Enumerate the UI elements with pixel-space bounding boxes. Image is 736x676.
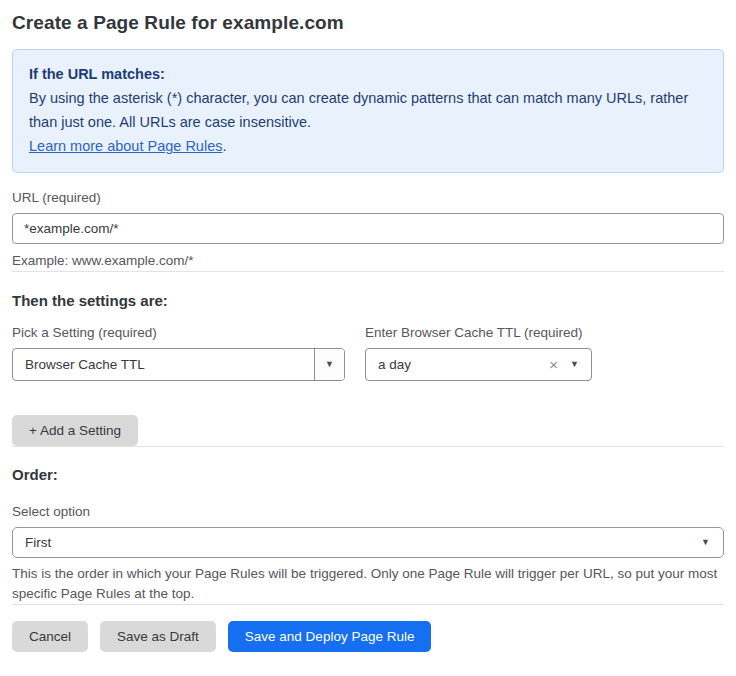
divider [12, 271, 724, 272]
cancel-button[interactable]: Cancel [12, 621, 88, 652]
order-select[interactable]: First ▼ [12, 527, 724, 558]
caret-down-icon: ▼ [325, 360, 334, 369]
pick-setting-select[interactable]: Browser Cache TTL ▼ [12, 348, 345, 381]
save-draft-button[interactable]: Save as Draft [100, 621, 216, 652]
divider [12, 604, 724, 605]
pick-setting-value: Browser Cache TTL [13, 357, 314, 372]
order-select-icons: ▼ [701, 538, 723, 547]
footer-buttons: Cancel Save as Draft Save and Deploy Pag… [12, 621, 724, 652]
page-title: Create a Page Rule for example.com [12, 12, 724, 34]
ttl-combobox[interactable]: a day × ▼ [365, 348, 592, 381]
select-arrow-segment[interactable]: ▼ [314, 349, 344, 380]
info-box-link-line: Learn more about Page Rules. [29, 134, 707, 158]
order-select-value: First [13, 535, 701, 550]
info-box-body: By using the asterisk (*) character, you… [29, 86, 707, 134]
url-example-helper: Example: www.example.com/* [12, 251, 724, 271]
ttl-value: a day [366, 357, 549, 372]
order-heading: Order: [12, 466, 724, 483]
settings-row: Pick a Setting (required) Browser Cache … [12, 325, 724, 381]
learn-more-link[interactable]: Learn more about Page Rules [29, 138, 222, 154]
pick-setting-field: Pick a Setting (required) Browser Cache … [12, 325, 345, 381]
add-setting-button[interactable]: + Add a Setting [12, 415, 138, 446]
link-suffix: . [222, 138, 226, 154]
save-deploy-button[interactable]: Save and Deploy Page Rule [228, 621, 432, 652]
clear-icon[interactable]: × [549, 357, 558, 372]
info-box-heading: If the URL matches: [29, 62, 707, 86]
ttl-combobox-icons: × ▼ [549, 357, 591, 372]
url-match-info-box: If the URL matches: By using the asteris… [12, 49, 724, 173]
url-label: URL (required) [12, 190, 724, 205]
url-input[interactable] [12, 213, 724, 244]
caret-down-icon[interactable]: ▼ [570, 360, 579, 369]
caret-down-icon: ▼ [701, 538, 710, 547]
divider [12, 446, 724, 447]
order-helper-text: This is the order in which your Page Rul… [12, 564, 724, 604]
order-select-label: Select option [12, 504, 724, 519]
pick-setting-label: Pick a Setting (required) [12, 325, 345, 340]
ttl-label: Enter Browser Cache TTL (required) [365, 325, 592, 340]
settings-heading: Then the settings are: [12, 292, 724, 309]
url-section: URL (required) Example: www.example.com/… [12, 190, 724, 271]
ttl-field: Enter Browser Cache TTL (required) a day… [365, 325, 592, 381]
